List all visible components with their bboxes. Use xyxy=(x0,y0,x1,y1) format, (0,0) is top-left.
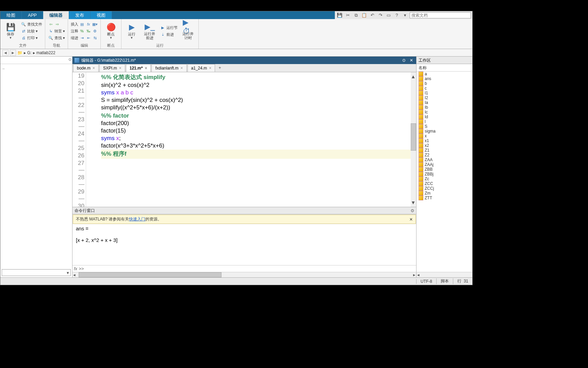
workspace-var[interactable]: Ib xyxy=(416,105,472,110)
tab-close-icon[interactable]: × xyxy=(93,66,95,71)
goto-button[interactable]: ↳转至▾ xyxy=(47,28,66,34)
cmd-menu-icon[interactable]: ⊙ xyxy=(411,208,414,213)
path-fwd-icon[interactable]: ► xyxy=(10,50,16,56)
workspace-var[interactable]: x2 xyxy=(416,143,472,148)
cut-icon[interactable]: ✂ xyxy=(344,12,351,18)
breakpoint-button[interactable]: 🔴断点▼ xyxy=(103,22,119,40)
workspace-var[interactable]: x xyxy=(416,134,472,138)
workspace-var[interactable]: Id xyxy=(416,114,472,119)
workspace-var[interactable]: l xyxy=(416,119,472,124)
print-button[interactable]: 🖨打印▾ xyxy=(20,35,43,41)
workspace-var[interactable]: ZCC xyxy=(416,181,472,186)
save-button[interactable]: 💾保存▼ xyxy=(2,22,19,40)
ribbon: 💾保存▼ 🔍查找文件 ⇄比较▾ 🖨打印▾ 文件 ⇦⇨ ↳转至▾ 🔍查找▾ 导航 xyxy=(0,19,472,49)
paste-icon[interactable]: 📋 xyxy=(361,12,368,18)
main-tabbar: 绘图 APP 编辑器 发布 视图 💾 ✂ ⧉ 📋 ↶ ↷ ▭ ? ▾ xyxy=(0,11,472,19)
workspace-var[interactable]: ZTT xyxy=(416,196,472,200)
workspace-var[interactable]: Ia xyxy=(416,100,472,105)
insert-button[interactable]: 插入▤fx▦▾ xyxy=(70,21,98,27)
add-tab-button[interactable]: + xyxy=(216,64,224,72)
tab-close-icon[interactable]: × xyxy=(119,66,121,71)
workspace-var[interactable]: ZCCj xyxy=(416,186,472,191)
workspace-var[interactable]: a xyxy=(416,72,472,76)
close-icon[interactable]: ✕ xyxy=(409,58,414,63)
workspace-var[interactable]: ans xyxy=(416,76,472,81)
copy-icon[interactable]: ⧉ xyxy=(353,12,359,18)
file-tab[interactable]: fxdianlanft.m× xyxy=(151,64,186,72)
file-tabs: bode.m×SXPI.m×121.m*×fxdianlanft.m×a1_24… xyxy=(72,64,416,72)
dropdown-icon[interactable]: ▾ xyxy=(402,12,408,18)
path-sep: ▸ xyxy=(24,50,26,55)
workspace-var[interactable]: ZBBj xyxy=(416,172,472,177)
dock-icon[interactable]: ⊙ xyxy=(401,58,407,63)
path-seg-1[interactable]: G: xyxy=(27,50,32,55)
compare-button[interactable]: ⇄比较▾ xyxy=(20,28,43,34)
command-output[interactable]: ans = [x + 2, x^2 + x + 3] xyxy=(72,224,416,265)
workspace-var[interactable]: I1 xyxy=(416,91,472,95)
editor-path: 编辑器 - G:\matlab222\121.m* xyxy=(81,58,136,63)
workspace-name-header[interactable]: 名称 xyxy=(416,64,472,72)
quickstart-link[interactable]: 快速入门 xyxy=(129,216,145,222)
workspace-var[interactable]: S xyxy=(416,124,472,129)
path-seg-2[interactable]: matlab222 xyxy=(36,50,55,55)
nav-back[interactable]: ⇦⇨ xyxy=(47,21,66,27)
run-button[interactable]: ▶运行▼ xyxy=(124,22,140,40)
run-advance-button[interactable]: ▶⎯运行并 前进 xyxy=(141,21,158,41)
run-time-button[interactable]: ▶⏱运行并 计时 xyxy=(180,21,196,41)
file-tab[interactable]: SXPI.m× xyxy=(99,64,125,72)
editor-scrollbar[interactable]: ▴ ▾ xyxy=(411,72,416,207)
indent-button[interactable]: 缩进⇥⇤⇆ xyxy=(70,35,98,41)
var-icon xyxy=(419,110,423,114)
help-icon[interactable]: ? xyxy=(393,12,400,18)
workspace-var[interactable]: I2 xyxy=(416,95,472,100)
var-icon xyxy=(419,172,423,177)
undo-icon[interactable]: ↶ xyxy=(369,12,376,18)
editor-hscroll[interactable]: ◂ ▸ xyxy=(72,272,416,277)
tab-editor[interactable]: 编辑器 xyxy=(43,11,69,19)
command-prompt[interactable]: fx>> xyxy=(72,265,416,272)
var-icon xyxy=(419,86,423,91)
workspace-var[interactable]: Zm xyxy=(416,191,472,196)
workspace-var[interactable]: ZAA xyxy=(416,157,472,162)
comment-button[interactable]: 注释%‰⚙ xyxy=(70,28,98,34)
workspace-var[interactable]: x1 xyxy=(416,138,472,143)
tab-close-icon[interactable]: × xyxy=(209,66,211,71)
file-tab[interactable]: 121.m*× xyxy=(126,64,151,72)
layout-icon[interactable]: ▭ xyxy=(385,12,392,18)
redo-icon[interactable]: ↷ xyxy=(377,12,384,18)
var-icon xyxy=(419,167,423,172)
workspace-var[interactable]: ZAAj xyxy=(416,162,472,167)
details-combo[interactable] xyxy=(2,269,71,276)
workspace-var[interactable]: Ic xyxy=(416,110,472,114)
workspace-hscroll[interactable]: ◂ xyxy=(416,272,472,277)
workspace-var[interactable]: Z2 xyxy=(416,153,472,157)
workspace-var[interactable]: Zc xyxy=(416,177,472,181)
tab-close-icon[interactable]: × xyxy=(181,66,183,71)
var-icon xyxy=(419,162,423,167)
infobar-close-icon[interactable]: ✕ xyxy=(409,217,413,222)
path-back-icon[interactable]: ◄ xyxy=(2,50,9,56)
workspace-var[interactable]: b xyxy=(416,81,472,86)
var-icon xyxy=(419,76,423,81)
findfiles-button[interactable]: 🔍查找文件 xyxy=(20,21,43,27)
tab-view[interactable]: 视图 xyxy=(91,11,112,19)
workspace-var[interactable]: sigma xyxy=(416,129,472,134)
tab-publish[interactable]: 发布 xyxy=(69,11,91,19)
bp-group-label: 断点 xyxy=(107,43,115,48)
panel-menu-icon[interactable]: ⊙ xyxy=(68,57,71,62)
save-icon[interactable]: 💾 xyxy=(336,12,343,18)
code-editor[interactable]: 192021 —22 —23 —24 —252627 —28 —29 —30 —… xyxy=(72,72,416,207)
file-tab[interactable]: bode.m× xyxy=(73,64,99,72)
tab-plot[interactable]: 绘图 xyxy=(0,11,22,19)
advance-button[interactable]: ⇣前进 xyxy=(159,31,178,37)
workspace-var[interactable]: Z1 xyxy=(416,148,472,153)
file-tab[interactable]: a1_24.m× xyxy=(187,64,215,72)
workspace-var[interactable]: ZBB xyxy=(416,167,472,172)
run-section-button[interactable]: ▶运行节 xyxy=(159,25,178,31)
tab-app[interactable]: APP xyxy=(22,11,43,19)
workspace-var[interactable]: c xyxy=(416,86,472,91)
editor-icon xyxy=(75,58,79,63)
search-input[interactable] xyxy=(410,12,471,18)
find-button[interactable]: 🔍查找▾ xyxy=(47,35,66,41)
tab-close-icon[interactable]: × xyxy=(145,66,147,71)
